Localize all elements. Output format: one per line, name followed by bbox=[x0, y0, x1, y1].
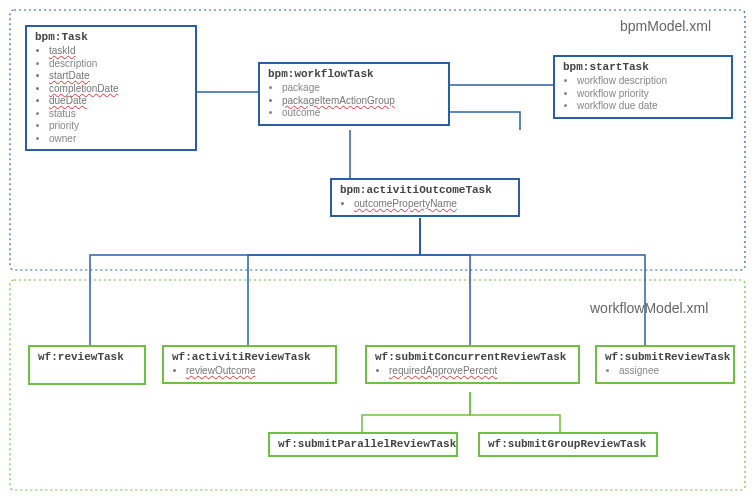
node-title: wf:submitReviewTask bbox=[605, 351, 727, 363]
node-bpm-starttask: bpm:startTask workflow descriptionworkfl… bbox=[553, 55, 733, 119]
node-item: outcome bbox=[282, 107, 442, 120]
node-item: priority bbox=[49, 120, 189, 133]
node-items: assignee bbox=[605, 365, 727, 378]
node-item: taskId bbox=[49, 45, 189, 58]
node-item: dueDate bbox=[49, 95, 189, 108]
node-title: wf:reviewTask bbox=[38, 351, 138, 363]
region-label-bpm: bpmModel.xml bbox=[620, 18, 711, 34]
node-items: outcomePropertyName bbox=[340, 198, 512, 211]
node-wf-submitconcurrentreviewtask: wf:submitConcurrentReviewTask requiredAp… bbox=[365, 345, 580, 384]
node-wf-activitireviewtask: wf:activitiReviewTask reviewOutcome bbox=[162, 345, 337, 384]
node-item: status bbox=[49, 108, 189, 121]
node-items: taskIddescriptionstartDatecompletionDate… bbox=[35, 45, 189, 145]
node-title: wf:activitiReviewTask bbox=[172, 351, 329, 363]
node-title: wf:submitParallelReviewTask bbox=[278, 438, 450, 450]
node-item: outcomePropertyName bbox=[354, 198, 512, 211]
node-title: bpm:Task bbox=[35, 31, 189, 43]
node-bpm-activitioutcometask: bpm:activitiOutcomeTask outcomePropertyN… bbox=[330, 178, 520, 217]
node-title: wf:submitGroupReviewTask bbox=[488, 438, 650, 450]
node-wf-submitparallelreviewtask: wf:submitParallelReviewTask bbox=[268, 432, 458, 457]
node-title: bpm:activitiOutcomeTask bbox=[340, 184, 512, 196]
node-item: startDate bbox=[49, 70, 189, 83]
node-items: packagepackageItemActionGroupoutcome bbox=[268, 82, 442, 120]
node-items: workflow descriptionworkflow prioritywor… bbox=[563, 75, 725, 113]
node-items: requiredApprovePercent bbox=[375, 365, 572, 378]
node-item: owner bbox=[49, 133, 189, 146]
node-wf-submitgroupreviewtask: wf:submitGroupReviewTask bbox=[478, 432, 658, 457]
node-item: workflow due date bbox=[577, 100, 725, 113]
region-label-workflow: workflowModel.xml bbox=[590, 300, 708, 316]
node-item: completionDate bbox=[49, 83, 189, 96]
node-item: description bbox=[49, 58, 189, 71]
node-wf-reviewtask: wf:reviewTask bbox=[28, 345, 146, 385]
node-item: assignee bbox=[619, 365, 727, 378]
node-title: bpm:workflowTask bbox=[268, 68, 442, 80]
node-title: bpm:startTask bbox=[563, 61, 725, 73]
node-wf-submitreviewtask: wf:submitReviewTask assignee bbox=[595, 345, 735, 384]
node-item: workflow description bbox=[577, 75, 725, 88]
node-title: wf:submitConcurrentReviewTask bbox=[375, 351, 572, 363]
node-items: reviewOutcome bbox=[172, 365, 329, 378]
node-bpm-task: bpm:Task taskIddescriptionstartDatecompl… bbox=[25, 25, 197, 151]
node-item: package bbox=[282, 82, 442, 95]
node-item: reviewOutcome bbox=[186, 365, 329, 378]
node-item: workflow priority bbox=[577, 88, 725, 101]
node-item: packageItemActionGroup bbox=[282, 95, 442, 108]
node-bpm-workflowtask: bpm:workflowTask packagepackageItemActio… bbox=[258, 62, 450, 126]
node-item: requiredApprovePercent bbox=[389, 365, 572, 378]
